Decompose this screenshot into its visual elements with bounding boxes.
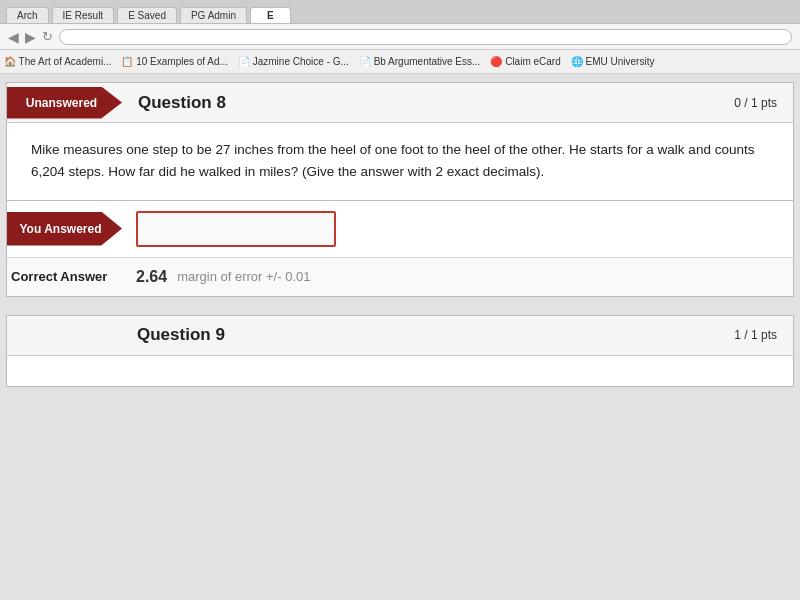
bookmark-bb[interactable]: 📄 Bb Argumentative Ess... [359,56,481,67]
bookmark-examples[interactable]: 📋 10 Examples of Ad... [121,56,228,67]
tab-4[interactable]: PG Admin [180,7,247,23]
bookmark-emu[interactable]: 🌐 EMU University [571,56,655,67]
you-answered-content [122,201,793,257]
question-8-header: Unanswered Question 8 0 / 1 pts [7,83,793,123]
correct-answer-content: 2.64 margin of error +/- 0.01 [122,258,793,296]
question-9-pts: 1 / 1 pts [718,320,793,350]
bookmark-art[interactable]: 🏠 The Art of Academi... [4,56,111,67]
back-icon[interactable]: ◀ [8,29,19,45]
forward-icon[interactable]: ▶ [25,29,36,45]
tab-1[interactable]: Arch [6,7,49,23]
you-answered-label: You Answered [7,212,122,246]
main-area: Unanswered Question 8 0 / 1 pts Mike mea… [0,74,800,600]
correct-answer-label: Correct Answer [7,259,122,294]
bookmarks-bar: 🏠 The Art of Academi... 📋 10 Examples of… [0,50,800,74]
correct-answer-value: 2.64 [136,268,167,286]
tab-active[interactable]: E [250,7,291,23]
question-8-block: Unanswered Question 8 0 / 1 pts Mike mea… [6,82,794,201]
margin-of-error-note: margin of error +/- 0.01 [177,269,310,284]
tab-2[interactable]: IE Result [52,7,115,23]
address-bar: ◀ ▶ ↻ shi.edu/courses/68855/quizzes/2514… [0,24,800,50]
tab-3[interactable]: E Saved [117,7,177,23]
you-answered-input-box [136,211,336,247]
bookmark-jazmine[interactable]: 📄 Jazmine Choice - G... [238,56,349,67]
question-8-pts: 0 / 1 pts [718,88,793,118]
address-input[interactable]: shi.edu/courses/68855/quizzes/251432/his… [59,29,792,45]
unanswered-badge: Unanswered [7,87,122,119]
question-9-title: Question 9 [7,317,718,353]
question-8-body: Mike measures one step to be 27 inches f… [7,123,793,200]
bookmark-claim[interactable]: 🔴 Claim eCard [490,56,560,67]
browser-tabs-bar: Arch IE Result E Saved PG Admin E [0,0,800,24]
you-answered-row: You Answered [6,201,794,258]
question-8-title: Question 8 [122,85,718,121]
reload-icon[interactable]: ↻ [42,29,53,44]
question-9-header: Question 9 1 / 1 pts [7,316,793,356]
question-9-block: Question 9 1 / 1 pts [6,315,794,387]
correct-answer-row: Correct Answer 2.64 margin of error +/- … [6,258,794,297]
